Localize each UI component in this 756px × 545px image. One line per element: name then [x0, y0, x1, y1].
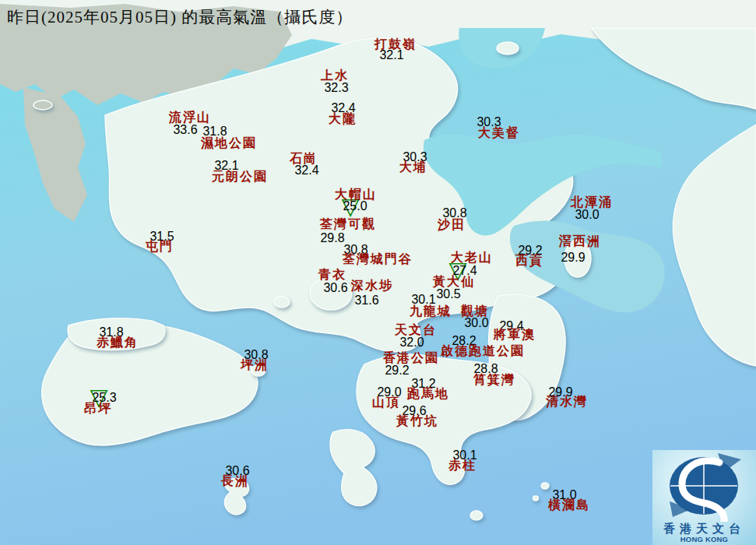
station-name: 濕地公園: [201, 135, 257, 152]
hko-logo: 香港天文台 HONG KONG OBSERVATORY: [652, 450, 756, 545]
station-name: 清水灣: [546, 394, 588, 410]
station-name: 坪洲: [241, 357, 269, 374]
station-name: 青衣: [318, 267, 346, 283]
station-name: 赤柱: [448, 458, 476, 474]
station-name: 天文台: [395, 322, 437, 339]
station-name: 橫瀾島: [548, 498, 590, 514]
station-name: 赤鱲角: [97, 335, 139, 351]
station-name: 九龍城: [410, 304, 452, 320]
station-name: 西貢: [515, 253, 543, 269]
station-temperature: 30.6: [323, 281, 347, 295]
station-name: 跑馬地: [407, 386, 449, 403]
station-name: 大老山: [451, 250, 493, 266]
station-name: 大隴: [329, 111, 357, 128]
station-name: 流浮山: [169, 110, 211, 126]
station-name: 沙田: [438, 217, 466, 234]
station-temperature: 29.8: [320, 231, 344, 245]
station-name: 黃竹坑: [396, 413, 438, 430]
station-name: 大帽山: [335, 187, 377, 203]
station-name: 上水: [321, 68, 349, 84]
station-name: 黃大仙: [433, 274, 475, 290]
station-name: 北潭涌: [571, 195, 613, 211]
station-name: 大美督: [478, 125, 520, 142]
station-name: 深水埗: [351, 278, 393, 294]
station-name: 長洲: [221, 473, 249, 490]
station-temperature: 31.6: [354, 294, 378, 308]
station-name: 將軍澳: [494, 327, 536, 343]
station-temperature: 29.9: [561, 251, 585, 265]
station-name: 石崗: [290, 151, 318, 167]
weather-map-page: 昨日(2025年05月05日) 的最高氣溫（攝氏度） 32.1打鼓嶺32.3上水…: [0, 0, 756, 545]
station-name: 昂坪: [84, 401, 112, 417]
station-name: 筲箕灣: [473, 372, 515, 389]
station-name: 山頂: [372, 395, 400, 411]
station-name: 香港公園: [383, 350, 439, 367]
station-name: 大埔: [399, 160, 427, 176]
stations-layer: 32.1打鼓嶺32.3上水32.4大隴30.3大美督33.6流浮山31.8濕地公…: [0, 0, 756, 545]
station-name: 荃灣可觀: [320, 216, 376, 233]
station-name: 觀塘: [461, 304, 489, 320]
station-name: 荃灣城門谷: [343, 251, 413, 268]
station-name: 屯門: [146, 239, 174, 255]
station-name: 啟德跑道公園: [441, 343, 525, 360]
station-name: 打鼓嶺: [374, 37, 417, 53]
hko-logo-english: HONG KONG OBSERVATORY: [652, 535, 756, 545]
station-name: 元朗公園: [212, 169, 268, 185]
hko-logo-emblem: [652, 450, 756, 522]
station-name: 滘西洲: [559, 234, 601, 250]
